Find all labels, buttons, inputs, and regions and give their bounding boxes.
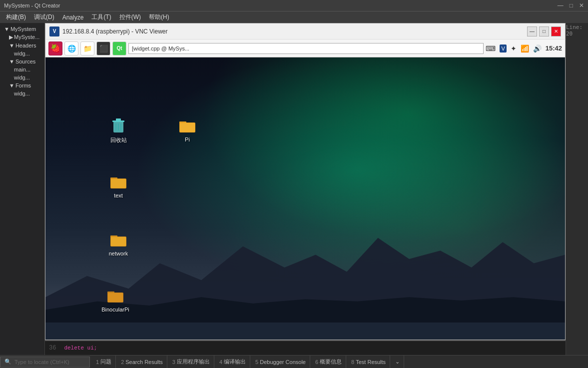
tree-item-widg-h[interactable]: widg... <box>2 50 42 58</box>
vnc-title-text: 192.168.8.4 (raspberrypi) - VNC Viewer <box>62 28 524 35</box>
qt-btn[interactable]: Qt <box>112 42 126 56</box>
vnc-app-icon: V <box>49 26 59 36</box>
menu-controls[interactable]: 控件(W) <box>115 12 145 22</box>
main-area: ▼MySystem ▶MySyste... ▼Headers widg... ▼… <box>0 23 588 355</box>
search-placeholder: Type to locate (Ctrl+K) <box>14 359 69 365</box>
vnc-clock: 15:42 <box>546 44 562 52</box>
tree-item-mysystem[interactable]: ▼MySystem <box>2 25 42 33</box>
svg-rect-20 <box>108 293 123 302</box>
text-folder-label: text <box>114 192 123 198</box>
desktop-icon-pi2[interactable]: pi <box>100 338 136 340</box>
binocularpi-folder-label: BinocularPi <box>101 306 129 312</box>
tree-item-widg-cpp[interactable]: widg... <box>2 74 42 82</box>
vnc-minimize-btn[interactable]: — <box>527 26 537 36</box>
window-title: MySystem - Qt Creator <box>4 2 60 8</box>
tab-app-output[interactable]: 3 应用程序输出 <box>168 356 214 368</box>
svg-rect-5 <box>116 118 121 121</box>
vnc-address-bar[interactable]: [widget.cpp @ MySys... <box>128 43 484 54</box>
raspberry-pi-btn[interactable]: 🍓 <box>48 42 62 56</box>
minimize-btn[interactable]: — <box>558 2 564 9</box>
title-bar: MySystem - Qt Creator — □ ✕ <box>0 0 588 11</box>
desktop-icon-text[interactable]: text <box>100 168 136 200</box>
terminal-btn[interactable]: ⬛ <box>96 42 110 56</box>
vnc-title-bar[interactable]: V 192.168.8.4 (raspberrypi) - VNC Viewer… <box>45 23 566 39</box>
vnc-status-icons: ⌨ V ✦ 📶 🔊 15:42 <box>486 44 562 52</box>
tab-debugger-console[interactable]: 5 Debugger Console <box>251 356 310 368</box>
search-icon: 🔍 <box>4 358 11 365</box>
status-bar: 🔍 Type to locate (Ctrl+K) 1 问题 2 Search … <box>0 355 588 368</box>
network-folder-icon <box>108 228 128 248</box>
desktop-icon-binocularpi[interactable]: BinocularPi <box>95 282 135 314</box>
vnc-code-strip: 36 delete ui; <box>45 340 566 355</box>
menu-debug[interactable]: 调试(D) <box>30 12 58 22</box>
desktop-icon-pi[interactable]: Pi <box>169 112 205 144</box>
tree-item-main[interactable]: main... <box>2 66 42 74</box>
menu-bar: 构建(B) 调试(D) Analyze 工具(T) 控件(W) 帮助(H) <box>0 11 588 23</box>
text-folder-icon <box>108 170 128 190</box>
tab-search-results[interactable]: 2 Search Results <box>117 356 167 368</box>
project-sidebar: ▼MySystem ▶MySyste... ▼Headers widg... ▼… <box>0 23 45 355</box>
menu-analyze[interactable]: Analyze <box>58 13 88 22</box>
vnc-container: V 192.168.8.4 (raspberrypi) - VNC Viewer… <box>45 23 566 355</box>
keyboard-icon: ⌨ <box>486 44 496 52</box>
vnc-desktop[interactable]: 回收站 Pi <box>45 57 566 340</box>
tree-item-widg-ui[interactable]: widg... <box>2 90 42 98</box>
desktop-icon-trash[interactable]: 回收站 <box>100 112 136 146</box>
tab-problems[interactable]: 1 问题 <box>92 356 116 368</box>
tree-item-sources[interactable]: ▼Sources <box>2 58 42 66</box>
maximize-btn[interactable]: □ <box>570 2 573 9</box>
vnc-window-controls: — □ ✕ <box>527 26 561 36</box>
wifi-icon: 📶 <box>521 44 529 52</box>
tree-item-forms[interactable]: ▼Forms <box>2 82 42 90</box>
code-line-number: 36 <box>49 344 56 352</box>
project-header: ▼MySystem ▶MySyste... ▼Headers widg... ▼… <box>0 23 44 100</box>
vnc-logo-icon: V <box>500 44 506 52</box>
trash-label: 回收站 <box>110 136 127 144</box>
tab-compile-output[interactable]: 4 编译输出 <box>215 356 250 368</box>
pi-folder-label: Pi <box>185 136 190 142</box>
vnc-maximize-btn[interactable]: □ <box>539 26 549 36</box>
binocularpi-folder-icon <box>105 284 125 304</box>
volume-icon: 🔊 <box>533 44 542 52</box>
locate-search-box[interactable]: 🔍 Type to locate (Ctrl+K) <box>0 356 90 368</box>
tab-test-results[interactable]: 8 Test Results <box>347 356 390 368</box>
svg-rect-17 <box>111 237 126 246</box>
code-content: delete ui; <box>64 345 97 351</box>
line-number-bar: Line: 20 <box>566 23 588 355</box>
line-indicator: Line: 20 <box>566 24 585 37</box>
svg-rect-14 <box>111 179 126 188</box>
vnc-close-btn[interactable]: ✕ <box>551 26 561 36</box>
tab-summary[interactable]: 6 概要信息 <box>311 356 346 368</box>
tab-more-btn[interactable]: ⌄ <box>391 356 404 368</box>
tree-item-headers[interactable]: ▼Headers <box>2 42 42 50</box>
vnc-toolbar: 🍓 🌐 📁 ⬛ Qt [widget.cpp @ MySys... ⌨ V ✦ … <box>45 39 566 57</box>
network-folder-label: network <box>109 250 128 256</box>
filemanager-btn[interactable]: 📁 <box>80 42 94 56</box>
svg-rect-11 <box>180 123 195 132</box>
title-bar-controls: — □ ✕ <box>558 2 584 9</box>
trash-icon <box>108 114 128 134</box>
tree-item-mysystem-sub[interactable]: ▶MySyste... <box>2 33 42 42</box>
bluetooth-icon: ✦ <box>511 44 517 52</box>
menu-help[interactable]: 帮助(H) <box>145 12 173 22</box>
browser-btn[interactable]: 🌐 <box>64 42 78 56</box>
menu-tools[interactable]: 工具(T) <box>87 12 115 22</box>
desktop-icon-network[interactable]: network <box>100 226 136 258</box>
menu-build[interactable]: 构建(B) <box>2 12 30 22</box>
qt-creator-window: MySystem - Qt Creator — □ ✕ 构建(B) 调试(D) … <box>0 0 588 368</box>
close-btn[interactable]: ✕ <box>579 2 584 9</box>
bottom-tabs: 1 问题 2 Search Results 3 应用程序输出 4 编译输出 5 … <box>90 356 406 368</box>
pi-folder-icon <box>177 114 197 134</box>
svg-rect-2 <box>45 322 565 340</box>
